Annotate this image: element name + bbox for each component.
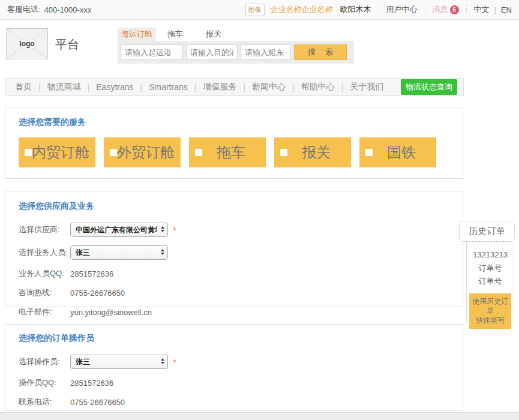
service-option-label: 内贸订舱 — [32, 143, 89, 162]
company-name-link[interactable]: 企业名称企业名称 — [271, 4, 333, 15]
supplier-select-value: 中国外运广东有限公司黄埔分公 — [76, 225, 157, 235]
services-section-title: 选择您需要的服务 — [19, 117, 449, 128]
checkbox-icon[interactable] — [280, 149, 287, 156]
salesperson-label: 选择业务人员: — [19, 247, 70, 258]
platform-name: 平台 — [55, 37, 79, 53]
main-nav: 首页 | 物流商城 | Easytrans | Smartrans | 增值服务… — [5, 78, 464, 96]
topbar: 客服电话: 400-1000-xxx 图像 企业名称企业名称 欧阳木木 用户中心… — [0, 0, 519, 20]
contact-phone-label: 联系电话: — [19, 397, 70, 407]
service-option-domestic-booking[interactable]: 内贸订舱 — [19, 137, 95, 167]
operator-section-title: 选择您的订单操作员 — [19, 333, 449, 344]
supplier-email-label: 电子邮件: — [19, 307, 70, 317]
salesperson-select[interactable]: 张三 — [70, 245, 168, 260]
nav-divider: | — [38, 82, 41, 92]
salesperson-qq-label: 业务人员QQ: — [19, 268, 70, 279]
nav-item-logistics-mall[interactable]: 物流商城 — [47, 82, 81, 92]
search-button[interactable]: 搜 索 — [294, 44, 347, 60]
select-updown-icon — [161, 358, 164, 364]
service-phone: 客服电话: 400-1000-xxx — [7, 4, 91, 15]
nav-divider: | — [243, 82, 245, 92]
checkbox-icon[interactable] — [110, 149, 117, 156]
logo-text: logo — [19, 40, 34, 48]
supplier-label: 选择供应商: — [19, 224, 70, 235]
nav-divider: | — [341, 82, 344, 92]
use-history-order-line2: 快速填写 — [469, 316, 511, 325]
nav-item-news[interactable]: 新闻中心 — [252, 82, 286, 92]
salesperson-select-value: 张三 — [76, 248, 157, 258]
service-option-label: 外贸订舱 — [117, 143, 175, 162]
tab-customs[interactable]: 报关 — [194, 28, 233, 41]
messages-count-badge[interactable]: 6 — [450, 5, 459, 14]
history-orders-panel: 13213213 订单号 订单号 使用历史订单 快速填写 — [466, 241, 514, 322]
service-phone-label: 客服电话: — [7, 4, 41, 15]
user-center-link[interactable]: 用户中心 — [386, 4, 418, 15]
checkbox-icon[interactable] — [365, 149, 373, 156]
nav-item-value-added[interactable]: 增值服务 — [203, 82, 236, 92]
history-orders-title: 历史订单 — [459, 221, 515, 242]
user-name[interactable]: 欧阳木木 — [340, 4, 371, 15]
nav-item-easytrans[interactable]: Easytrans — [96, 82, 133, 92]
service-option-customs[interactable]: 报关 — [274, 137, 351, 167]
service-option-rail[interactable]: 国铁 — [359, 137, 436, 167]
service-option-label: 拖车 — [202, 143, 260, 162]
nav-item-about[interactable]: 关于我们 — [350, 82, 383, 92]
topbar-divider — [425, 5, 425, 14]
avatar-placeholder-icon: 图像 — [245, 4, 265, 16]
hotline-value: 0755-26676650 — [70, 289, 125, 298]
history-order-item[interactable]: 13213213 — [467, 248, 514, 262]
supplier-section-title: 选择您供应商及业务 — [19, 201, 449, 212]
service-option-trailer[interactable]: 拖车 — [189, 137, 266, 167]
nav-item-help[interactable]: 帮助中心 — [301, 82, 335, 92]
nav-divider: | — [292, 82, 295, 92]
operator-qq-label: 操作员QQ: — [19, 377, 70, 388]
operator-select-value: 张三 — [76, 357, 157, 367]
contact-phone-value: 0755-26676650 — [70, 398, 125, 407]
nav-item-smartrans[interactable]: Smartrans — [149, 82, 188, 92]
topbar-divider — [466, 5, 467, 14]
nav-divider: | — [194, 82, 197, 92]
salesperson-qq-value: 2851572636 — [70, 269, 113, 278]
service-option-foreign-booking[interactable]: 外贸订舱 — [104, 137, 181, 167]
messages-link[interactable]: 消息 — [433, 4, 448, 15]
services-section: 选择您需要的服务 内贸订舱 外贸订舱 拖车 报关 国铁 — [5, 107, 463, 179]
tab-trailer[interactable]: 拖车 — [156, 28, 194, 41]
lang-zh-link[interactable]: 中文 — [474, 4, 490, 15]
lang-en-link[interactable]: EN — [501, 5, 512, 14]
supplier-select[interactable]: 中国外运广东有限公司黄埔分公 — [70, 223, 168, 237]
use-history-order-button[interactable]: 使用历史订单 快速填写 — [469, 293, 511, 329]
nav-item-home[interactable]: 首页 — [15, 82, 32, 92]
destination-port-input[interactable] — [186, 44, 238, 60]
tab-sea-booking[interactable]: 海运订舱 — [118, 28, 156, 41]
service-option-label: 报关 — [287, 143, 345, 162]
select-updown-icon — [161, 226, 164, 232]
checkbox-icon[interactable] — [25, 149, 32, 156]
operator-label: 选择操作员: — [19, 356, 70, 367]
select-updown-icon — [161, 249, 164, 255]
history-order-item[interactable]: 订单号 — [467, 275, 514, 288]
required-asterisk: * — [173, 225, 176, 235]
lang-divider: | — [494, 5, 496, 14]
operator-select[interactable]: 张三 — [70, 355, 168, 369]
history-order-item[interactable]: 订单号 — [467, 262, 514, 275]
use-history-order-line1: 使用历史订单 — [469, 296, 511, 316]
hotline-label: 咨询热线: — [19, 287, 70, 298]
logo-image: logo — [6, 28, 48, 59]
ship-owner-input[interactable] — [241, 44, 291, 60]
logistics-status-query-button[interactable]: 物流状态查询 — [401, 79, 457, 95]
search-panel: 搜 索 — [118, 41, 354, 64]
origin-port-input[interactable] — [121, 44, 183, 60]
supplier-section: 选择您供应商及业务 选择供应商: 中国外运广东有限公司黄埔分公 * 选择业务人员… — [5, 191, 463, 307]
topbar-divider — [379, 5, 379, 14]
nav-divider: | — [88, 82, 90, 92]
operator-section: 选择您的订单操作员 选择操作员: 张三 * 操作员QQ: 2851572636 … — [5, 324, 463, 411]
service-option-label: 国铁 — [373, 143, 430, 162]
nav-divider: | — [140, 82, 143, 92]
required-asterisk: * — [173, 357, 176, 367]
supplier-email-value: yun.yitong@sinowell.cn — [70, 308, 152, 317]
service-options-row: 内贸订舱 外贸订舱 拖车 报关 国铁 — [19, 137, 449, 167]
service-phone-number: 400-1000-xxx — [44, 5, 92, 14]
checkbox-icon[interactable] — [195, 149, 202, 156]
operator-qq-value: 2851572636 — [70, 379, 113, 388]
search-tabs: 海运订舱 拖车 报关 — [118, 28, 233, 41]
footer-strip — [0, 412, 519, 420]
